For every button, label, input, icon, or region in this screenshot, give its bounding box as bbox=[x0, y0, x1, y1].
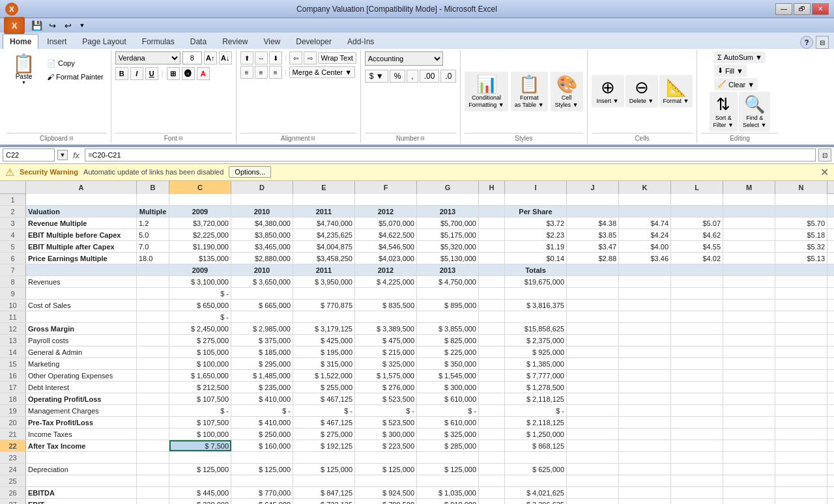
list-item[interactable]: $ 300,000 bbox=[355, 428, 417, 440]
list-item[interactable] bbox=[479, 417, 505, 428]
list-item[interactable]: Management Charges bbox=[26, 405, 137, 416]
list-item[interactable] bbox=[723, 382, 775, 393]
list-item[interactable]: $1,190,000 bbox=[169, 241, 231, 252]
list-item[interactable]: $ 868,125 bbox=[505, 440, 567, 451]
list-item[interactable]: $ - bbox=[355, 405, 417, 416]
font-shrink-btn[interactable]: A↓ bbox=[219, 51, 232, 64]
list-item[interactable]: 2011 bbox=[293, 264, 355, 275]
list-item[interactable]: 1.2 bbox=[137, 217, 169, 229]
list-item[interactable] bbox=[479, 393, 505, 404]
align-center-btn[interactable]: ≡ bbox=[255, 66, 268, 79]
list-item[interactable]: $3,720,000 bbox=[169, 217, 231, 229]
list-item[interactable] bbox=[479, 217, 505, 229]
list-item[interactable]: $ 2,375,000 bbox=[505, 335, 567, 346]
list-item[interactable]: $ 523,500 bbox=[355, 417, 417, 428]
minimize-btn[interactable]: — bbox=[775, 3, 792, 15]
list-item[interactable]: $4.24 bbox=[619, 229, 671, 240]
list-item[interactable]: $5.18 bbox=[775, 229, 827, 240]
list-item[interactable] bbox=[567, 370, 619, 381]
help-btn[interactable]: ? bbox=[800, 36, 813, 49]
list-item[interactable]: $ 3,100,000 bbox=[169, 276, 231, 287]
redo-btn[interactable]: ↩ bbox=[61, 19, 74, 32]
list-item[interactable]: Payroll costs bbox=[26, 335, 137, 346]
list-item[interactable]: $4.00 bbox=[619, 241, 671, 252]
list-item[interactable]: Multiple bbox=[137, 206, 169, 217]
list-item[interactable]: $ 215,000 bbox=[355, 346, 417, 357]
list-item[interactable]: $ 645,000 bbox=[231, 499, 293, 504]
list-item[interactable]: $ 107,500 bbox=[169, 393, 231, 404]
list-item[interactable]: $4,622,500 bbox=[355, 229, 417, 240]
list-item[interactable]: $ 610,000 bbox=[417, 417, 479, 428]
list-item[interactable]: $2.88 bbox=[567, 253, 619, 264]
list-item[interactable]: $ 847,125 bbox=[293, 487, 355, 498]
list-item[interactable] bbox=[619, 370, 671, 381]
list-item[interactable]: $ 275,000 bbox=[169, 335, 231, 346]
list-item[interactable] bbox=[723, 405, 775, 416]
list-item[interactable] bbox=[671, 335, 723, 346]
list-item[interactable] bbox=[775, 475, 827, 486]
format-as-table-btn[interactable]: 📋 Formatas Table ▼ bbox=[511, 72, 548, 111]
list-item[interactable] bbox=[723, 323, 775, 334]
list-item[interactable]: $ 195,000 bbox=[293, 346, 355, 357]
list-item[interactable]: $ 475,000 bbox=[355, 335, 417, 346]
tab-review[interactable]: Review bbox=[215, 34, 255, 49]
col-header-k[interactable]: K bbox=[619, 181, 671, 194]
save-qa-btn[interactable]: 💾 bbox=[30, 19, 43, 32]
format-btn[interactable]: 📐 Format ▼ bbox=[659, 75, 693, 107]
list-item[interactable]: $4.55 bbox=[671, 241, 723, 252]
list-item[interactable]: $ 7,500 bbox=[169, 440, 231, 451]
list-item[interactable] bbox=[26, 288, 137, 299]
list-item[interactable]: $ 107,500 bbox=[169, 417, 231, 428]
list-item[interactable]: Per Share bbox=[505, 206, 567, 217]
list-item[interactable]: $ 2,118,125 bbox=[505, 393, 567, 404]
list-item[interactable]: $5,700,000 bbox=[417, 217, 479, 229]
list-item[interactable] bbox=[567, 428, 619, 440]
customize-qa-btn[interactable]: ▼ bbox=[77, 19, 87, 32]
list-item[interactable] bbox=[479, 288, 505, 299]
list-item[interactable] bbox=[137, 440, 169, 451]
list-item[interactable]: Revenue Multiple bbox=[26, 217, 137, 229]
list-item[interactable] bbox=[479, 253, 505, 264]
list-item[interactable]: $4,740,000 bbox=[293, 217, 355, 229]
list-item[interactable] bbox=[479, 206, 505, 217]
list-item[interactable]: $ 835,500 bbox=[355, 300, 417, 311]
list-item[interactable]: $ 100,000 bbox=[169, 428, 231, 440]
list-item[interactable] bbox=[293, 194, 355, 205]
list-item[interactable]: $5,130,000 bbox=[417, 253, 479, 264]
list-item[interactable]: 2009 bbox=[169, 264, 231, 275]
align-top-btn[interactable]: ⬆ bbox=[240, 51, 253, 64]
list-item[interactable]: $5,175,000 bbox=[417, 229, 479, 240]
list-item[interactable] bbox=[479, 241, 505, 252]
list-item[interactable]: 2012 bbox=[355, 206, 417, 217]
list-item[interactable] bbox=[619, 194, 671, 205]
list-item[interactable]: Marketing bbox=[26, 358, 137, 369]
name-box[interactable] bbox=[3, 148, 55, 161]
list-item[interactable] bbox=[671, 487, 723, 498]
list-item[interactable] bbox=[417, 194, 479, 205]
cells-label[interactable]: Cells bbox=[592, 133, 693, 142]
list-item[interactable] bbox=[619, 346, 671, 357]
list-item[interactable] bbox=[671, 440, 723, 451]
list-item[interactable] bbox=[479, 300, 505, 311]
list-item[interactable]: $ - bbox=[231, 405, 293, 416]
list-item[interactable] bbox=[293, 475, 355, 486]
list-item[interactable]: EBIT bbox=[26, 499, 137, 504]
list-item[interactable] bbox=[293, 288, 355, 299]
list-item[interactable]: 18.0 bbox=[137, 253, 169, 264]
list-item[interactable] bbox=[567, 206, 619, 217]
name-box-expand[interactable]: ▼ bbox=[57, 150, 68, 160]
list-item[interactable] bbox=[137, 428, 169, 440]
list-item[interactable] bbox=[775, 464, 827, 475]
list-item[interactable] bbox=[619, 276, 671, 287]
list-item[interactable]: $135,000 bbox=[169, 253, 231, 264]
list-item[interactable] bbox=[231, 194, 293, 205]
comma-btn[interactable]: , bbox=[407, 70, 418, 83]
list-item[interactable]: $3.47 bbox=[567, 241, 619, 252]
align-middle-btn[interactable]: ↔ bbox=[255, 51, 268, 64]
list-item[interactable] bbox=[723, 393, 775, 404]
list-item[interactable] bbox=[567, 264, 619, 275]
list-item[interactable] bbox=[355, 288, 417, 299]
list-item[interactable] bbox=[137, 417, 169, 428]
list-item[interactable]: $ 1,650,000 bbox=[169, 370, 231, 381]
list-item[interactable] bbox=[775, 417, 827, 428]
